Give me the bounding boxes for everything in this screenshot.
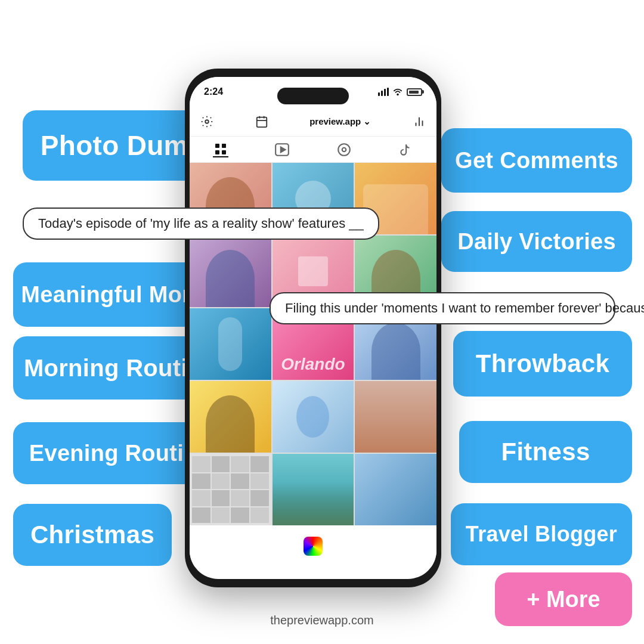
svg-rect-16: [222, 150, 226, 154]
travel-blogger-button[interactable]: Travel Blogger: [451, 503, 632, 565]
photo-cell-11[interactable]: [273, 381, 354, 453]
photo-cell-4[interactable]: [190, 236, 271, 307]
photo-cell-7[interactable]: [190, 308, 271, 380]
christmas-button[interactable]: Christmas: [13, 504, 172, 566]
analytics-icon[interactable]: [413, 115, 426, 128]
photo-cell-13[interactable]: [190, 454, 271, 525]
daily-victories-button[interactable]: Daily Victories: [441, 211, 632, 272]
svg-rect-13: [215, 144, 219, 148]
phone-screen: 2:24: [190, 77, 436, 579]
throwback-button[interactable]: Throwback: [453, 331, 632, 397]
instagram-header: preview.app ⌄: [190, 107, 436, 137]
svg-rect-2: [384, 89, 386, 96]
photo-cell-12[interactable]: [355, 381, 436, 453]
svg-rect-6: [256, 117, 267, 127]
battery-icon: [407, 88, 422, 96]
app-url: preview.app ⌄: [309, 116, 371, 127]
photo-cell-14[interactable]: [273, 454, 354, 525]
more-button[interactable]: + More: [495, 572, 632, 626]
svg-point-19: [338, 144, 350, 156]
phone-bottom-bar: [190, 525, 436, 567]
svg-rect-0: [378, 92, 380, 96]
svg-marker-18: [281, 147, 286, 152]
wifi-icon: [392, 88, 403, 96]
get-comments-button[interactable]: Get Comments: [441, 128, 632, 193]
svg-point-5: [205, 120, 209, 123]
svg-point-4: [397, 94, 399, 96]
fitness-button[interactable]: Fitness: [459, 421, 632, 483]
svg-rect-15: [215, 150, 219, 154]
app-icon: [304, 537, 323, 556]
chat-bubble-1: Today's episode of 'my life as a reality…: [23, 208, 379, 240]
svg-rect-3: [387, 88, 389, 96]
instagram-tabs: [190, 137, 436, 163]
svg-rect-1: [381, 91, 383, 96]
chat-bubble-2: Filing this under 'moments I want to rem…: [270, 292, 615, 324]
phone-notch: [277, 88, 349, 104]
photo-cell-15[interactable]: [355, 454, 436, 525]
phone-time: 2:24: [204, 86, 223, 97]
signal-icon: [378, 88, 389, 96]
status-icons: [378, 88, 422, 96]
reels-tab[interactable]: [274, 142, 290, 157]
svg-rect-14: [222, 144, 226, 148]
website-url: thepreviewapp.com: [270, 614, 373, 627]
svg-point-20: [342, 147, 346, 151]
photo-cell-10[interactable]: [190, 381, 271, 453]
grid-tab[interactable]: [213, 142, 228, 157]
phone-frame: 2:24: [185, 69, 441, 587]
tiktok-tab[interactable]: [398, 142, 413, 157]
circle-tab[interactable]: [336, 142, 352, 157]
settings-icon[interactable]: [200, 115, 213, 128]
calendar-icon[interactable]: [255, 115, 268, 128]
